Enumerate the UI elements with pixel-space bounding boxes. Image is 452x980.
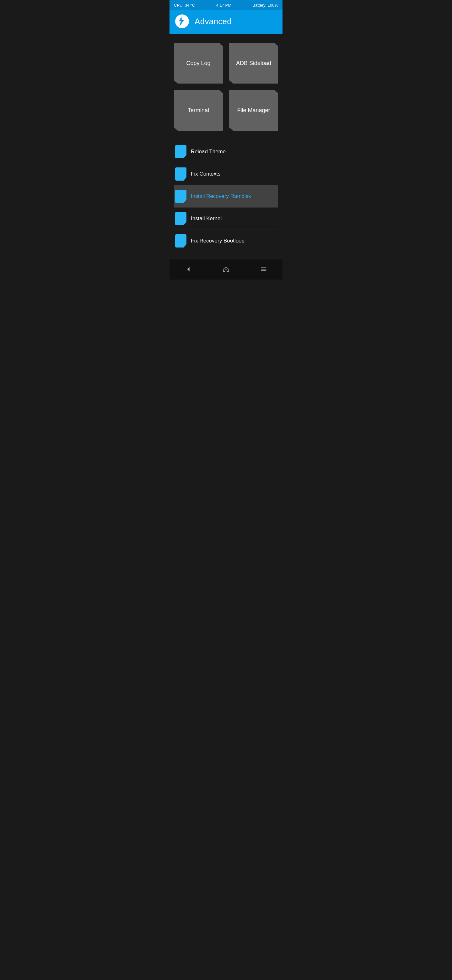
install-kernel-icon [175,212,186,225]
main-content: Copy Log ADB Sideload Terminal File Mana… [170,34,282,259]
app-logo [174,14,190,29]
install-recovery-ramdisk-label: Install Recovery Ramdisk [191,193,251,199]
fix-contexts-icon [175,167,186,181]
action-button-grid: Copy Log ADB Sideload Terminal File Mana… [174,43,278,130]
copy-log-button[interactable]: Copy Log [174,43,223,84]
svg-marker-1 [187,267,189,272]
install-recovery-ramdisk-item[interactable]: Install Recovery Ramdisk [174,185,278,208]
back-button[interactable] [178,263,199,275]
install-kernel-label: Install Kernel [191,215,222,222]
menu-button[interactable] [253,263,274,275]
app-bar: Advanced [170,10,282,34]
cpu-status: CPU: 34 °C [174,3,195,8]
back-icon [185,266,192,273]
terminal-button[interactable]: Terminal [174,90,223,130]
page-title: Advanced [195,17,232,26]
battery-status: Battery: 100% [252,3,278,8]
navigation-bar [170,259,282,280]
reload-theme-icon [175,145,186,158]
status-bar: CPU: 34 °C 4:17 PM Battery: 100% [170,0,282,10]
fix-recovery-bootloop-icon [175,234,186,248]
fix-recovery-bootloop-item[interactable]: Fix Recovery Bootloop [174,230,278,252]
fix-contexts-label: Fix Contexts [191,171,220,177]
adb-sideload-button[interactable]: ADB Sideload [229,43,278,84]
time-display: 4:17 PM [216,3,232,8]
home-button[interactable] [215,263,237,275]
fix-contexts-item[interactable]: Fix Contexts [174,163,278,185]
reload-theme-item[interactable]: Reload Theme [174,141,278,163]
file-manager-button[interactable]: File Manager [229,90,278,130]
install-kernel-item[interactable]: Install Kernel [174,208,278,230]
menu-icon [260,266,267,273]
home-icon [222,266,230,273]
fix-recovery-bootloop-label: Fix Recovery Bootloop [191,238,244,244]
install-recovery-ramdisk-icon [175,190,186,203]
list-section: Reload Theme Fix Contexts Install Recove… [174,141,278,252]
reload-theme-label: Reload Theme [191,149,226,155]
